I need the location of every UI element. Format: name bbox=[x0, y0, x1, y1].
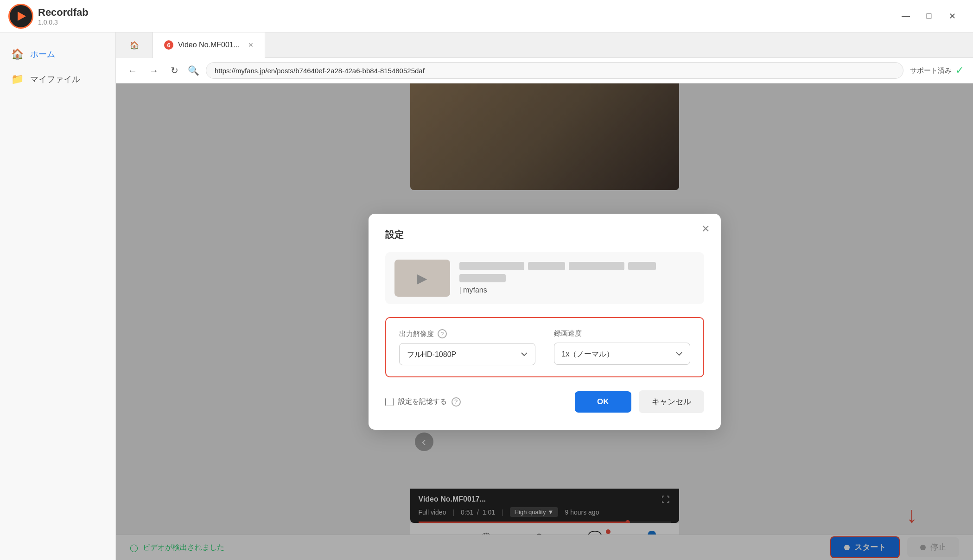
resolution-help-icon[interactable]: ? bbox=[438, 329, 447, 338]
folder-icon: 📁 bbox=[11, 73, 24, 85]
tab-favicon: 6 bbox=[164, 40, 173, 50]
tabbar: 🏠 6 Video No.MF001... ✕ bbox=[116, 32, 973, 58]
tab-video[interactable]: 6 Video No.MF001... ✕ bbox=[153, 32, 265, 58]
modal-video-info: ▶ | myfans bbox=[385, 252, 704, 304]
app-logo: Recordfab 1.0.0.3 bbox=[0, 5, 98, 28]
addressbar: ← → ↻ 🔍 サポート済み ✓ bbox=[116, 58, 973, 83]
sidebar-item-home[interactable]: 🏠 ホーム bbox=[0, 42, 115, 67]
maximize-button[interactable]: □ bbox=[922, 9, 936, 23]
ok-button[interactable]: OK bbox=[575, 391, 631, 413]
modal-close-button[interactable]: ✕ bbox=[701, 223, 710, 235]
app-icon bbox=[9, 5, 32, 28]
sidebar: 🏠 ホーム 📁 マイファイル bbox=[0, 32, 116, 560]
video-info-blurred bbox=[459, 262, 695, 282]
minimize-button[interactable]: — bbox=[899, 9, 913, 23]
modal-title: 設定 bbox=[385, 229, 704, 241]
back-button[interactable]: ← bbox=[125, 63, 140, 79]
modal-overlay: 設定 ✕ ▶ | myfans bbox=[116, 83, 973, 560]
video-info-text: | myfans bbox=[459, 262, 695, 294]
settings-modal: 設定 ✕ ▶ | myfans bbox=[369, 214, 721, 430]
forward-button[interactable]: → bbox=[146, 63, 161, 79]
tab-title: Video No.MF001... bbox=[178, 41, 240, 49]
window-controls: — □ ✕ bbox=[899, 9, 973, 23]
home-icon: 🏠 bbox=[11, 48, 24, 60]
resolution-select[interactable]: フルHD-1080P HD-720P SD-480P SD-360P bbox=[399, 343, 535, 365]
browser-area: 🏠 6 Video No.MF001... ✕ ← → ↻ 🔍 サポート済み ✓… bbox=[116, 32, 973, 560]
content-area: ‹ Video No.MF0017... Full video | 0:51 /… bbox=[116, 83, 973, 560]
settings-box: 出力解像度 ? フルHD-1080P HD-720P SD-480P SD-36… bbox=[385, 317, 704, 377]
home-tab-icon: 🏠 bbox=[130, 41, 139, 50]
sidebar-item-myfiles-label: マイファイル bbox=[30, 74, 80, 85]
app-name: Recordfab bbox=[38, 6, 89, 19]
play-icon: ▶ bbox=[417, 271, 427, 286]
video-info-site: | myfans bbox=[459, 286, 695, 294]
speed-select[interactable]: 1x（ノーマル） 2x 0.5x bbox=[554, 343, 690, 365]
tab-close-button[interactable]: ✕ bbox=[248, 41, 254, 49]
close-button[interactable]: ✕ bbox=[945, 9, 959, 23]
remember-checkbox[interactable] bbox=[385, 398, 394, 406]
titlebar: Recordfab 1.0.0.3 — □ ✕ bbox=[0, 0, 973, 32]
support-badge: サポート済み ✓ bbox=[910, 64, 964, 76]
cancel-button[interactable]: キャンセル bbox=[639, 390, 704, 413]
sidebar-item-myfiles[interactable]: 📁 マイファイル bbox=[0, 67, 115, 92]
reload-button[interactable]: ↻ bbox=[168, 62, 181, 79]
speed-label: 録画速度 bbox=[554, 329, 690, 338]
speed-field: 録画速度 1x（ノーマル） 2x 0.5x bbox=[554, 329, 690, 365]
remember-settings-row: 設定を記憶する ? bbox=[385, 397, 461, 407]
support-check-icon: ✓ bbox=[955, 64, 964, 76]
modal-buttons: OK キャンセル bbox=[575, 390, 704, 413]
video-thumbnail: ▶ bbox=[394, 260, 450, 297]
resolution-field: 出力解像度 ? フルHD-1080P HD-720P SD-480P SD-36… bbox=[399, 329, 535, 365]
sidebar-item-home-label: ホーム bbox=[30, 49, 55, 60]
tab-home-button[interactable]: 🏠 bbox=[116, 32, 153, 58]
resolution-label: 出力解像度 ? bbox=[399, 329, 535, 338]
search-icon[interactable]: 🔍 bbox=[188, 65, 199, 76]
app-version: 1.0.0.3 bbox=[38, 19, 89, 26]
remember-help-icon[interactable]: ? bbox=[452, 397, 461, 407]
url-input[interactable] bbox=[206, 62, 903, 79]
remember-label: 設定を記憶する bbox=[398, 397, 447, 406]
